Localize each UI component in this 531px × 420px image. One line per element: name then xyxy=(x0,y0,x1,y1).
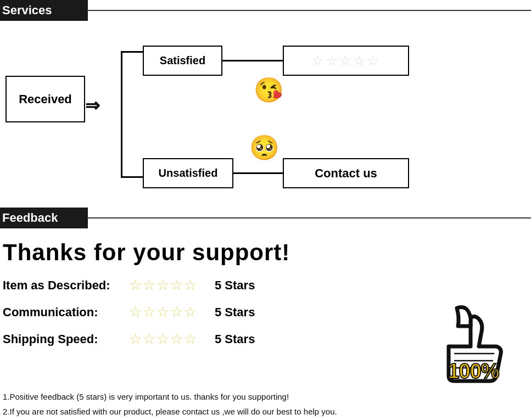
feedback-section: Feedback Thanks for your support! Item a… xyxy=(0,208,531,420)
received-box: Received xyxy=(5,76,85,122)
contact-us-box: Contact us xyxy=(283,158,409,188)
rating-value-ship: 5 Stars xyxy=(215,332,255,346)
rating-stars-comm: ☆☆☆☆☆ xyxy=(129,304,206,321)
notes-area: 1.Positive feedback (5 stars) is very im… xyxy=(0,387,531,420)
svg-text:100%: 100% xyxy=(448,360,499,383)
rating-row-comm: Communication: ☆☆☆☆☆ 5 Stars xyxy=(3,304,407,321)
services-header-label: Services xyxy=(0,0,88,21)
rating-label-item: Item as Described: xyxy=(3,278,129,293)
contact-us-label: Contact us xyxy=(315,166,377,181)
services-section: Services Received ⇒ Satisfied ☆☆☆☆☆ 😘 xyxy=(0,0,531,208)
arrow-right-icon: ⇒ xyxy=(85,95,100,116)
unsatisfied-box: Unsatisfied xyxy=(143,158,233,188)
satisfied-to-stars-line xyxy=(222,60,284,61)
rating-value-comm: 5 Stars xyxy=(215,305,255,320)
note-1: 1.Positive feedback (5 stars) is very im… xyxy=(3,392,528,401)
rating-row-ship: Shipping Speed: ☆☆☆☆☆ 5 Stars xyxy=(3,331,407,348)
unsatisfied-label: Unsatisfied xyxy=(159,167,218,180)
note-2: 2.If you are not satisfied with our prod… xyxy=(3,407,528,416)
branch-vertical-line xyxy=(121,51,122,177)
thumbs-badge: 100% xyxy=(418,277,528,387)
thumbs-svg: 100% xyxy=(418,277,528,387)
rating-label-comm: Communication: xyxy=(3,305,129,320)
services-header: Services xyxy=(0,0,531,21)
rating-value-item: 5 Stars xyxy=(215,278,255,293)
stars-display: ☆☆☆☆☆ xyxy=(312,53,381,69)
feedback-header-label: Feedback xyxy=(0,208,88,228)
ratings-table: Item as Described: ☆☆☆☆☆ 5 Stars Communi… xyxy=(3,277,407,357)
satisfied-box: Satisfied xyxy=(143,46,222,76)
rating-label-ship: Shipping Speed: xyxy=(3,332,129,346)
feedback-header: Feedback xyxy=(0,208,531,228)
rating-stars-item: ☆☆☆☆☆ xyxy=(129,277,206,294)
rating-stars-ship: ☆☆☆☆☆ xyxy=(129,331,206,348)
thanks-heading: Thanks for your support! xyxy=(0,228,531,277)
ratings-area: Item as Described: ☆☆☆☆☆ 5 Stars Communi… xyxy=(0,277,531,387)
think-emoji: 🥺 xyxy=(249,133,280,162)
stars-box: ☆☆☆☆☆ xyxy=(283,46,409,76)
received-label: Received xyxy=(19,92,72,107)
branch-lines xyxy=(110,51,132,177)
satisfied-label: Satisfied xyxy=(160,54,205,67)
services-diagram: Received ⇒ Satisfied ☆☆☆☆☆ 😘 🥺 xyxy=(0,21,531,202)
feedback-header-line xyxy=(88,217,531,219)
kiss-emoji: 😘 xyxy=(254,76,284,104)
services-header-line xyxy=(88,10,531,11)
unsatisfied-to-contact-line xyxy=(233,172,284,174)
rating-row-item: Item as Described: ☆☆☆☆☆ 5 Stars xyxy=(3,277,407,294)
